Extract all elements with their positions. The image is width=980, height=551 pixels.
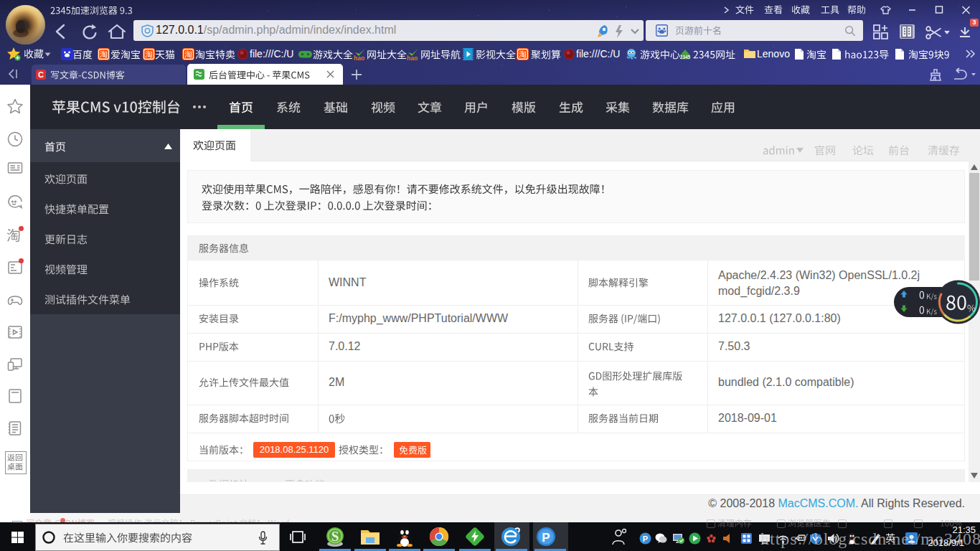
svg-text:hao: hao	[354, 55, 364, 62]
svg-text:hao: hao	[407, 55, 418, 62]
svg-text:P: P	[542, 531, 550, 545]
svg-text:S: S	[331, 529, 339, 544]
svg-text:2345: 2345	[680, 55, 691, 60]
svg-text:P: P	[643, 534, 648, 543]
